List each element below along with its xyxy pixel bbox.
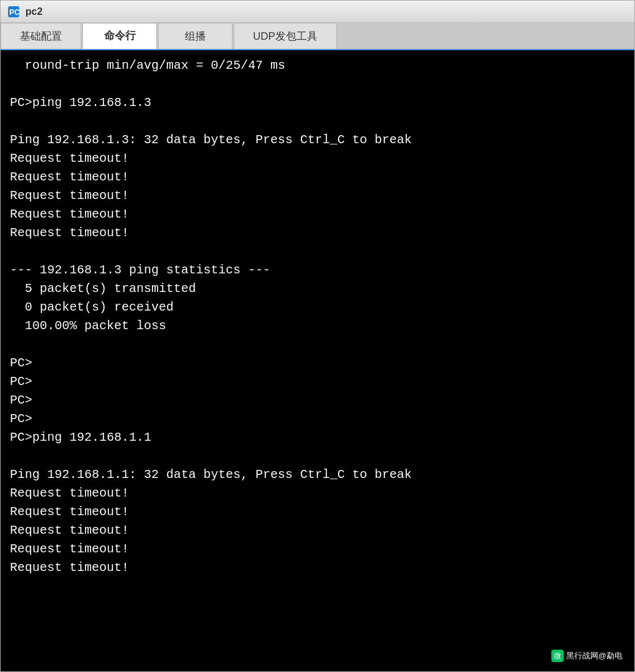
window-title: pc2 bbox=[25, 6, 43, 17]
terminal-line: Request timeout! bbox=[10, 503, 625, 521]
terminal-line: Request timeout! bbox=[10, 187, 625, 205]
tab-command-line[interactable]: 命令行 bbox=[82, 23, 157, 49]
terminal-line: PC>ping 192.168.1.1 bbox=[10, 428, 625, 447]
terminal-line: --- 192.168.1.3 ping statistics --- bbox=[10, 261, 625, 280]
terminal-line: PC>ping 192.168.1.3 bbox=[10, 94, 625, 112]
watermark-text: 黑行战网@勐电 bbox=[566, 650, 623, 661]
terminal-line: Request timeout! bbox=[10, 484, 625, 503]
tab-basic-config[interactable]: 基础配置 bbox=[1, 23, 81, 49]
terminal-line: PC> bbox=[10, 410, 625, 428]
terminal-line: Ping 192.168.1.3: 32 data bytes, Press C… bbox=[10, 131, 625, 149]
terminal-line bbox=[10, 447, 625, 466]
terminal-line: Request timeout! bbox=[10, 521, 625, 540]
terminal-line: Request timeout! bbox=[10, 540, 625, 559]
terminal-line: Request timeout! bbox=[10, 224, 625, 242]
terminal-line: 100.00% packet loss bbox=[10, 317, 625, 335]
terminal-line: Ping 192.168.1.1: 32 data bytes, Press C… bbox=[10, 466, 625, 484]
terminal-line: PC> bbox=[10, 354, 625, 373]
terminal-line: Request timeout! bbox=[10, 559, 625, 577]
terminal-line bbox=[10, 242, 625, 261]
window: PC pc2 基础配置 命令行 组播 UDP发包工具 round-trip mi… bbox=[0, 0, 635, 672]
terminal-line: PC> bbox=[10, 373, 625, 391]
terminal[interactable]: round-trip min/avg/max = 0/25/47 ms PC>p… bbox=[1, 50, 634, 671]
terminal-line: round-trip min/avg/max = 0/25/47 ms bbox=[10, 56, 625, 75]
watermark: 微 黑行战网@勐电 bbox=[546, 647, 628, 665]
terminal-line: PC> bbox=[10, 391, 625, 410]
title-bar: PC pc2 bbox=[1, 1, 634, 23]
tab-multicast[interactable]: 组播 bbox=[158, 23, 233, 49]
app-icon: PC bbox=[7, 5, 20, 19]
terminal-line bbox=[10, 112, 625, 131]
terminal-line bbox=[10, 335, 625, 354]
tab-bar: 基础配置 命令行 组播 UDP发包工具 bbox=[1, 23, 634, 50]
terminal-line bbox=[10, 75, 625, 94]
tab-udp-tool[interactable]: UDP发包工具 bbox=[234, 23, 337, 49]
terminal-line: Request timeout! bbox=[10, 205, 625, 224]
watermark-icon: 微 bbox=[551, 650, 564, 662]
terminal-line: 5 packet(s) transmitted bbox=[10, 280, 625, 298]
terminal-line: Request timeout! bbox=[10, 168, 625, 187]
terminal-line: 0 packet(s) received bbox=[10, 298, 625, 317]
terminal-line: Request timeout! bbox=[10, 149, 625, 168]
svg-text:PC: PC bbox=[9, 8, 20, 17]
